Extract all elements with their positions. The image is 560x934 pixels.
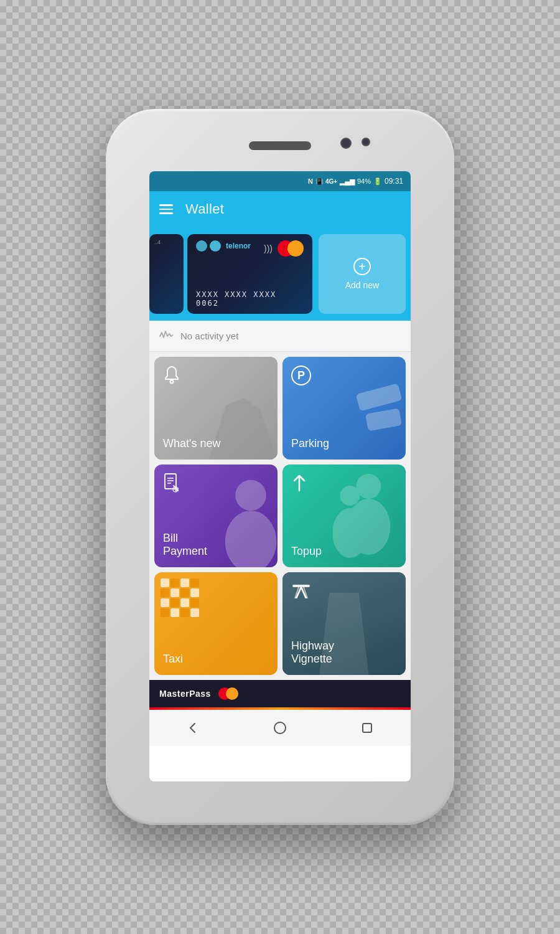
svg-point-16 xyxy=(274,722,286,734)
masterpass-text: MasterPass xyxy=(159,689,211,699)
battery-text: 94% xyxy=(357,177,371,185)
services-grid: What's new P Parking xyxy=(149,352,411,680)
lte-icon: 4G+ xyxy=(325,178,337,185)
highway-vignette-tile[interactable]: HighwayVignette xyxy=(282,572,406,675)
signal-icon: ▂▄▆ xyxy=(340,177,355,186)
time-display: 09:31 xyxy=(385,177,403,186)
hamburger-line-2 xyxy=(159,209,173,210)
bell-icon xyxy=(163,366,269,389)
nfc-icon: N xyxy=(308,177,313,185)
status-icons: N 📳 4G+ ▂▄▆ 94% 🔋 09:31 xyxy=(308,177,403,186)
parking-p-icon: P xyxy=(291,366,311,385)
mp-orange-circle xyxy=(226,687,238,700)
cards-carousel[interactable]: ..4 telenor ))) xyxy=(149,227,411,321)
phone-speaker xyxy=(249,141,311,150)
page-title: Wallet xyxy=(185,201,224,217)
masterpass-bar: MasterPass xyxy=(149,680,411,707)
document-icon xyxy=(163,473,269,498)
hamburger-line-1 xyxy=(159,204,173,206)
card-partial[interactable]: ..4 xyxy=(149,234,184,314)
battery-icon: 🔋 xyxy=(373,177,382,186)
app-bar: Wallet xyxy=(149,191,411,227)
topup-label: Topup xyxy=(291,545,397,559)
status-bar: N 📳 4G+ ▂▄▆ 94% 🔋 09:31 xyxy=(149,171,411,191)
home-button[interactable] xyxy=(264,712,296,743)
masterpass-logo xyxy=(218,687,238,700)
telenor-logo: telenor xyxy=(196,240,251,252)
activity-wave-icon xyxy=(159,329,173,343)
taxi-label: Taxi xyxy=(163,653,269,666)
card-number: XXXX XXXX XXXX 0062 xyxy=(196,290,304,308)
add-icon: + xyxy=(353,258,371,275)
highway-vignette-label: HighwayVignette xyxy=(291,639,397,666)
menu-button[interactable] xyxy=(159,204,173,214)
navigation-bar xyxy=(149,710,411,746)
bill-payment-label: BillPayment xyxy=(163,532,269,559)
svg-point-0 xyxy=(170,380,174,384)
parking-tile[interactable]: P Parking xyxy=(282,357,406,460)
svg-rect-17 xyxy=(363,724,371,732)
main-card[interactable]: telenor ))) XXXX XXXX XXXX 0062 xyxy=(187,234,312,314)
parking-label: Parking xyxy=(291,437,397,451)
contactless-icon: ))) xyxy=(264,243,273,253)
topup-arrow-icon xyxy=(291,473,397,496)
recents-button[interactable] xyxy=(352,712,383,743)
phone-camera-secondary xyxy=(362,138,370,146)
activity-text: No activity yet xyxy=(180,331,238,341)
hamburger-line-3 xyxy=(159,212,173,214)
highway-icon xyxy=(291,581,397,603)
taxi-tile[interactable]: Taxi xyxy=(154,572,278,675)
add-new-label: Add new xyxy=(345,280,379,290)
phone-camera-main xyxy=(340,138,352,149)
whats-new-tile[interactable]: What's new xyxy=(154,357,278,460)
whats-new-label: What's new xyxy=(163,437,269,451)
activity-bar: No activity yet xyxy=(149,321,411,352)
bill-payment-tile[interactable]: BillPayment xyxy=(154,465,278,567)
mastercard-logo xyxy=(278,240,304,257)
topup-tile[interactable]: Topup xyxy=(282,465,406,567)
phone-device: N 📳 4G+ ▂▄▆ 94% 🔋 09:31 Wallet ..4 xyxy=(106,109,454,825)
add-new-card-button[interactable]: + Add new xyxy=(319,234,406,314)
back-button[interactable] xyxy=(177,712,208,743)
vibrate-icon: 📳 xyxy=(315,178,323,185)
phone-screen: N 📳 4G+ ▂▄▆ 94% 🔋 09:31 Wallet ..4 xyxy=(149,171,411,781)
